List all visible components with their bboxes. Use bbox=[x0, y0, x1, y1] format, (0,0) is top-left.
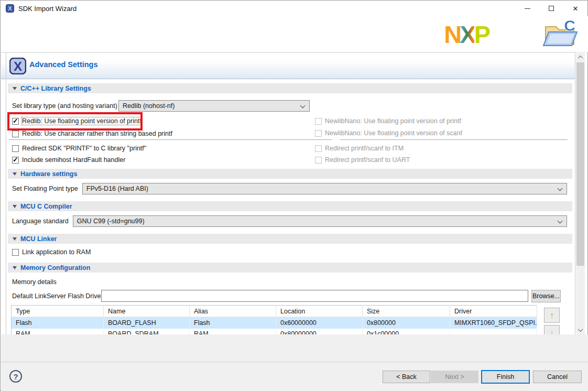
section-mcu-linker[interactable]: MCU Linker bbox=[8, 234, 572, 244]
checkbox-box bbox=[12, 157, 19, 164]
minimize-icon bbox=[525, 8, 530, 9]
cell-alias: Flash bbox=[190, 317, 276, 329]
header-band: NXP C bbox=[1, 16, 588, 52]
column-header-type[interactable]: Type bbox=[12, 306, 104, 317]
highlight-annotation bbox=[7, 112, 143, 131]
checkbox-label: Redirect SDK "PRINTF" to C library "prin… bbox=[22, 145, 146, 152]
checkbox-box bbox=[315, 145, 322, 152]
move-up-button[interactable]: ↑ bbox=[544, 308, 560, 323]
floating-point-label: Set Floating Point type bbox=[12, 185, 78, 192]
checkbox-label: NewlibNano: Use floating point version o… bbox=[325, 117, 461, 125]
checkbox-label: Link application to RAM bbox=[22, 248, 91, 256]
checkbox-redirect-itm[interactable]: Redirect printf/scanf to ITM bbox=[315, 145, 404, 152]
chevron-down-icon bbox=[558, 186, 563, 191]
checkbox-label: Redlib: Use character rather than string… bbox=[22, 130, 172, 137]
page-title: Advanced Settings bbox=[29, 60, 98, 69]
divider bbox=[575, 52, 575, 334]
section-library-settings[interactable]: C/C++ Library Settings bbox=[8, 83, 572, 93]
divider bbox=[6, 52, 6, 334]
checkbox-redlib-char-printf[interactable]: Redlib: Use character rather than string… bbox=[12, 130, 172, 137]
help-button[interactable]: ? bbox=[9, 370, 22, 383]
checkbox-box bbox=[315, 157, 322, 164]
checkbox-label: Redirect printf/scanf to UART bbox=[325, 156, 410, 164]
minimize-button[interactable] bbox=[515, 1, 539, 16]
cell-type: RAM bbox=[12, 329, 104, 335]
vertical-scrollbar[interactable] bbox=[576, 53, 585, 334]
nxp-letter-p: P bbox=[474, 20, 488, 48]
cell-size: 0x1c00000 bbox=[363, 329, 450, 335]
language-standard-label: Language standard bbox=[12, 218, 69, 225]
browse-button[interactable]: Browse... bbox=[531, 290, 561, 302]
library-type-combo[interactable]: Redlib (nohost-nf) bbox=[118, 100, 310, 112]
settings-content: C/C++ Library Settings Set library type … bbox=[6, 80, 575, 334]
checkbox-newlibnano-float-scanf[interactable]: NewlibNano: Use floating point version o… bbox=[315, 129, 462, 137]
section-memory-configuration[interactable]: Memory Configuration bbox=[8, 263, 572, 273]
maximize-icon bbox=[549, 6, 554, 11]
section-title: Hardware settings bbox=[20, 170, 77, 178]
finish-button[interactable]: Finish bbox=[481, 370, 530, 384]
checkbox-box bbox=[315, 130, 322, 137]
back-button[interactable]: < Back bbox=[383, 371, 430, 383]
chevron-down-icon bbox=[300, 103, 306, 108]
collapse-arrow-icon bbox=[13, 237, 17, 241]
section-mcu-c-compiler[interactable]: MCU C Compiler bbox=[8, 201, 572, 211]
scrollbar-thumb[interactable] bbox=[576, 62, 584, 266]
maximize-button[interactable] bbox=[539, 1, 563, 16]
scroll-down-button[interactable] bbox=[576, 325, 585, 334]
column-header-location[interactable]: Location bbox=[276, 306, 363, 317]
checkbox-newlibnano-float-printf[interactable]: NewlibNano: Use floating point version o… bbox=[315, 117, 461, 125]
column-header-size[interactable]: Size bbox=[363, 306, 450, 317]
section-title: MCU Linker bbox=[20, 235, 57, 243]
floating-point-combo[interactable]: FPv5-D16 (Hard ABI) bbox=[82, 183, 567, 194]
checkbox-link-application-to-ram[interactable]: Link application to RAM bbox=[12, 248, 91, 256]
cell-driver: MIMXRT1060_SFDP_QSPI.cfx bbox=[450, 317, 537, 329]
cell-size: 0x800000 bbox=[363, 317, 450, 329]
checkbox-box bbox=[12, 131, 19, 137]
floating-point-value: FPv5-D16 (Hard ABI) bbox=[86, 185, 148, 192]
close-button[interactable]: ✕ bbox=[563, 1, 587, 16]
checkbox-redirect-sdk-printf[interactable]: Redirect SDK "PRINTF" to C library "prin… bbox=[12, 145, 146, 152]
language-standard-combo[interactable]: GNU C99 (-std=gnu99) bbox=[73, 215, 567, 227]
next-button[interactable]: Next > bbox=[431, 371, 478, 383]
checkbox-include-semihost-hardfault[interactable]: Include semihost HardFault handler bbox=[12, 156, 125, 164]
memory-details-label: Memory details bbox=[12, 278, 57, 286]
collapse-arrow-icon bbox=[13, 205, 17, 208]
cell-location: 0x60000000 bbox=[276, 317, 363, 329]
chevron-down-icon bbox=[578, 327, 583, 332]
column-header-alias[interactable]: Alias bbox=[190, 306, 276, 317]
chevron-up-icon bbox=[578, 56, 583, 61]
help-icon: ? bbox=[13, 372, 18, 381]
checkbox-label: Include semihost HardFault handler bbox=[22, 156, 125, 164]
window-title: SDK Import Wizard bbox=[18, 5, 77, 13]
section-title: Memory Configuration bbox=[20, 264, 90, 271]
cancel-button[interactable]: Cancel bbox=[533, 371, 582, 383]
flash-driver-input[interactable] bbox=[101, 290, 528, 302]
section-title: C/C++ Library Settings bbox=[20, 85, 91, 92]
mcuxpresso-x-icon: X bbox=[9, 58, 26, 74]
move-down-button[interactable]: ↓ bbox=[544, 325, 560, 334]
column-header-name[interactable]: Name bbox=[104, 306, 190, 317]
cell-name: BOARD_SDRAM bbox=[104, 329, 190, 335]
table-row-ram[interactable]: RAM BOARD_SDRAM RAM 0x80000000 0x1c00000 bbox=[12, 329, 537, 335]
title-bar[interactable]: X SDK Import Wizard ✕ bbox=[1, 1, 587, 16]
checkbox-redirect-uart[interactable]: Redirect printf/scanf to UART bbox=[315, 156, 410, 164]
memory-table: Type Name Alias Location Size Driver Fla… bbox=[11, 305, 537, 334]
divider bbox=[9, 139, 332, 140]
library-type-value: Redlib (nohost-nf) bbox=[123, 102, 175, 110]
scroll-up-button[interactable] bbox=[576, 53, 585, 62]
checkbox-box bbox=[315, 118, 322, 125]
section-title: MCU C Compiler bbox=[20, 203, 72, 210]
checkbox-label: Redirect printf/scanf to ITM bbox=[325, 145, 404, 152]
checkbox-box bbox=[12, 145, 19, 152]
divider bbox=[340, 139, 568, 140]
svg-text:X: X bbox=[8, 5, 12, 12]
collapse-arrow-icon bbox=[13, 172, 17, 176]
column-header-driver[interactable]: Driver bbox=[450, 306, 537, 317]
svg-text:X: X bbox=[14, 59, 22, 73]
section-hardware-settings[interactable]: Hardware settings bbox=[8, 169, 572, 179]
flash-driver-label: Default LinkServer Flash Driver bbox=[12, 292, 103, 300]
library-type-label: Set library type (and hosting variant) bbox=[12, 102, 117, 110]
collapse-arrow-icon bbox=[13, 87, 17, 90]
nxp-letter-n: N bbox=[444, 20, 460, 48]
table-row-flash[interactable]: Flash BOARD_FLASH Flash 0x60000000 0x800… bbox=[12, 317, 537, 329]
